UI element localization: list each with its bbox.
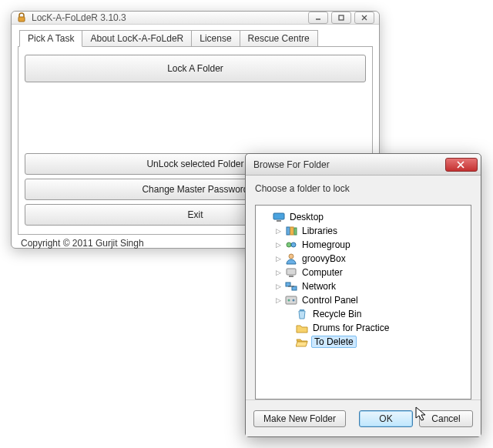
dialog-title: Browse For Folder bbox=[253, 159, 330, 170]
folder-tree[interactable]: Desktop▷Libraries▷Homegroup▷groovyBox▷Co… bbox=[255, 205, 471, 400]
svg-point-12 bbox=[287, 242, 291, 247]
svg-point-22 bbox=[293, 299, 295, 302]
controlpanel-icon bbox=[285, 294, 297, 306]
expander-icon[interactable]: ▷ bbox=[274, 269, 282, 276]
svg-point-13 bbox=[291, 242, 296, 247]
homegroup-icon bbox=[285, 239, 297, 251]
ok-button[interactable]: OK bbox=[359, 410, 413, 427]
svg-rect-7 bbox=[273, 213, 284, 219]
svg-rect-18 bbox=[292, 286, 297, 290]
tree-node-label: Network bbox=[300, 281, 337, 292]
expander-icon[interactable]: ▷ bbox=[274, 227, 282, 235]
tab-license[interactable]: License bbox=[191, 30, 240, 47]
tree-node-libraries[interactable]: ▷Libraries bbox=[259, 224, 468, 238]
tree-node-desktop[interactable]: Desktop bbox=[259, 210, 468, 224]
tree-node-groovybox[interactable]: ▷groovyBox bbox=[259, 252, 468, 266]
svg-rect-11 bbox=[294, 228, 297, 235]
expander-icon[interactable]: ▷ bbox=[274, 283, 282, 290]
browse-folder-dialog: Browse For Folder Choose a folder to loc… bbox=[245, 153, 481, 437]
tree-node-label: Libraries bbox=[300, 226, 339, 236]
tree-node-control-panel[interactable]: ▷Control Panel bbox=[259, 293, 468, 307]
svg-point-14 bbox=[289, 254, 293, 259]
cancel-button[interactable]: Cancel bbox=[419, 410, 473, 427]
desktop-icon bbox=[273, 211, 285, 223]
tabstrip: Pick A Task About LocK-A-FoLdeR License … bbox=[18, 29, 373, 46]
tree-node-to-delete[interactable]: To Delete bbox=[259, 335, 468, 349]
tree-node-label: Computer bbox=[300, 267, 344, 278]
svg-rect-8 bbox=[277, 220, 281, 222]
tree-node-label: Homegroup bbox=[300, 239, 352, 250]
dialog-close-button[interactable] bbox=[445, 158, 478, 172]
dialog-instruction: Choose a folder to lock bbox=[255, 183, 471, 194]
minimize-button[interactable] bbox=[308, 12, 328, 24]
tree-node-homegroup[interactable]: ▷Homegroup bbox=[259, 238, 468, 252]
svg-rect-16 bbox=[289, 276, 293, 277]
tree-node-label: Recycle Bin bbox=[311, 309, 363, 319]
tree-node-network[interactable]: ▷Network bbox=[259, 279, 468, 293]
close-button[interactable] bbox=[354, 12, 374, 24]
expander-icon[interactable]: ▷ bbox=[274, 241, 282, 249]
svg-rect-0 bbox=[18, 17, 25, 22]
tree-node-label: Control Panel bbox=[300, 295, 360, 306]
lock-folder-button[interactable]: Lock A Folder bbox=[25, 55, 366, 82]
network-icon bbox=[285, 280, 297, 293]
tree-node-computer[interactable]: ▷Computer bbox=[259, 266, 468, 279]
user-icon bbox=[285, 252, 297, 265]
svg-point-21 bbox=[288, 299, 290, 302]
tree-node-label: Drums for Practice bbox=[311, 323, 391, 333]
svg-rect-9 bbox=[287, 227, 290, 235]
svg-rect-15 bbox=[287, 269, 296, 275]
svg-rect-20 bbox=[286, 296, 297, 304]
tab-rescue[interactable]: Rescue Centre bbox=[240, 30, 318, 47]
tab-about[interactable]: About LocK-A-FoLdeR bbox=[82, 30, 192, 47]
folder-open-icon bbox=[296, 336, 308, 348]
maximize-button[interactable] bbox=[331, 12, 351, 24]
expander-icon[interactable]: ▷ bbox=[274, 255, 282, 262]
svg-rect-2 bbox=[339, 15, 344, 20]
tree-node-label: Desktop bbox=[288, 212, 325, 222]
libraries-icon bbox=[285, 225, 297, 237]
recycle-icon bbox=[296, 308, 308, 320]
svg-rect-10 bbox=[290, 227, 293, 235]
make-new-folder-button[interactable]: Make New Folder bbox=[253, 410, 346, 427]
expander-icon[interactable]: ▷ bbox=[274, 296, 282, 304]
svg-rect-23 bbox=[300, 309, 304, 311]
svg-rect-17 bbox=[286, 283, 290, 286]
tab-pick-a-task[interactable]: Pick A Task bbox=[19, 30, 82, 47]
tree-node-label: groovyBox bbox=[300, 253, 347, 264]
tree-node-label: To Delete bbox=[311, 336, 357, 348]
dialog-footer: Make New Folder OK Cancel bbox=[246, 400, 481, 436]
computer-icon bbox=[285, 266, 297, 279]
folder-icon bbox=[296, 322, 308, 334]
dialog-titlebar[interactable]: Browse For Folder bbox=[246, 154, 481, 176]
main-titlebar[interactable]: LocK-A-FoLdeR 3.10.3 bbox=[12, 12, 379, 25]
tree-node-recycle-bin[interactable]: Recycle Bin bbox=[259, 307, 468, 321]
lock-icon bbox=[16, 12, 27, 23]
window-title: LocK-A-FoLdeR 3.10.3 bbox=[32, 12, 126, 23]
tree-node-drums-for-practice[interactable]: Drums for Practice bbox=[259, 321, 468, 335]
